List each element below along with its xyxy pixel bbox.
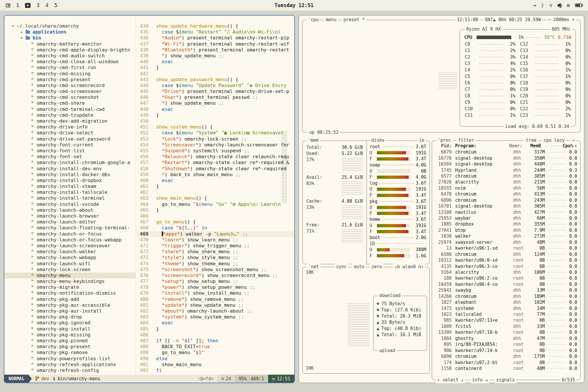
code-line[interactable]: 450 bbox=[136, 118, 294, 124]
tree-file[interactable]: *omarchy-launch-or-focus-webapp bbox=[4, 237, 136, 243]
process-row[interactable]: 6879chromiumdhh317M0.0 bbox=[435, 149, 577, 155]
code-line[interactable]: 452 case $(menu "System" "▣ Lock\n▤ Scre… bbox=[136, 130, 294, 136]
code-line[interactable]: 463show_main_menu() { bbox=[136, 195, 294, 201]
tree-file[interactable]: *omarchy-launch-browser bbox=[4, 213, 136, 219]
network-interface[interactable]: ↓b wlan0 n↑ bbox=[393, 264, 425, 270]
process-row[interactable]: 6890chromiumdhh175M0.0 bbox=[435, 353, 577, 359]
tree-folder-bin[interactable]: ▾bin bbox=[4, 35, 136, 41]
proc-expand-button[interactable]: → bbox=[570, 137, 576, 144]
tree-file[interactable]: *omarchy-launch-about bbox=[4, 207, 136, 213]
code-line[interactable]: 462 bbox=[136, 189, 294, 195]
tree-file[interactable]: *omarchy-cmd-close-all-windows bbox=[4, 59, 136, 65]
net-zero-toggle[interactable]: zero bbox=[370, 264, 383, 270]
code-line[interactable]: 491 show_main_menu bbox=[136, 362, 294, 368]
tree-file[interactable]: *omarchy-install-tailscale bbox=[4, 189, 136, 195]
code-line[interactable]: 447 *) show_update_menu ;; bbox=[136, 100, 294, 106]
preset-button[interactable]: preset * bbox=[342, 17, 366, 23]
settings-icon[interactable]: ⚙ bbox=[567, 2, 570, 8]
code-line[interactable]: 477 *setup*) show_setup_menu ;; bbox=[136, 278, 294, 284]
proc-column-header[interactable]: Program: bbox=[452, 143, 509, 149]
code-line[interactable]: 478 *power*) show_setup_power_menu ;; bbox=[136, 284, 294, 290]
code-line[interactable]: 460 esac bbox=[136, 178, 294, 184]
workspace-3[interactable]: 3 bbox=[36, 2, 39, 8]
process-row[interactable]: 6478chromiumdhh413M0.0 bbox=[435, 191, 577, 197]
workspace-4[interactable]: 4 bbox=[46, 2, 49, 8]
process-row[interactable]: 1884ghosttydhh47M0.0 bbox=[435, 336, 577, 341]
process-row[interactable]: 1889fcitx5dhh33M0.0 bbox=[435, 323, 577, 329]
code-line[interactable]: 482 *about*) omarchy-launch-about ;; bbox=[136, 308, 294, 314]
process-row[interactable]: 13108nautilusdhh427M0.0 bbox=[435, 209, 577, 215]
net-auto-toggle[interactable]: auto bbox=[352, 264, 366, 270]
tree-file[interactable]: *omarchy-launch-wifi bbox=[4, 261, 136, 267]
code-line[interactable]: 485} bbox=[136, 326, 294, 332]
volume-icon[interactable] bbox=[558, 4, 559, 7]
process-row[interactable]: 188kworker/u96:2-coroot0B0.0 bbox=[435, 275, 577, 281]
tree-file[interactable]: *omarchy-battery-monitor bbox=[4, 41, 136, 47]
process-row[interactable]: 3164alacrittydhh106M0.0 bbox=[435, 269, 577, 275]
code-line[interactable]: 438 *Bluetooth*) present_terminal omarch… bbox=[136, 47, 294, 53]
code-line[interactable]: 454 *Screensaver*) omarchy-launch-screen… bbox=[136, 142, 294, 148]
tree-file[interactable]: *omarchy-cmd-missing bbox=[4, 71, 136, 77]
code-line[interactable]: 461} bbox=[136, 184, 294, 189]
process-row[interactable]: 27026alacrittydhh211M0.0 bbox=[435, 179, 577, 185]
process-row[interactable]: 174kworker/u97:2-btroot0B0.0 bbox=[435, 359, 577, 365]
tree-file[interactable]: *omarchy-install-terminal bbox=[4, 195, 136, 201]
code-line[interactable]: 474 *theme*) show_theme_menu ;; bbox=[136, 261, 294, 267]
process-row[interactable]: 1023tailscaledroot77M0.0 bbox=[435, 311, 577, 317]
code-line[interactable]: 456 *Relaunch*) omarchy-state clear rela… bbox=[136, 154, 294, 160]
process-row[interactable]: 6580chromiumdhh124M0.0 bbox=[435, 251, 577, 257]
code-line[interactable]: 446 *User*) present_terminal passwd ;; bbox=[136, 94, 294, 100]
code-line[interactable]: 490else bbox=[136, 356, 294, 362]
tree-file[interactable]: *omarchy-cmd-screensaver bbox=[4, 89, 136, 94]
process-row[interactable]: 1885dropboxdhh355M0.0 bbox=[435, 221, 577, 227]
tree-file[interactable]: *omarchy-launch-or-focus bbox=[4, 231, 136, 237]
process-row[interactable]: 1158containerdroot40M0.0 bbox=[435, 366, 577, 371]
tree-file[interactable]: *omarchy-cmd-share bbox=[4, 100, 136, 106]
code-line[interactable]: 451show_system_menu() { bbox=[136, 124, 294, 130]
tree-file[interactable]: *omarchy-drive-set-password bbox=[4, 136, 136, 142]
battery-icon[interactable] bbox=[575, 4, 582, 7]
code-line[interactable]: 455 *Suspend*) systemctl suspend ;; bbox=[136, 148, 294, 154]
tree-file[interactable]: *omarchy-font-set bbox=[4, 154, 136, 160]
code-line[interactable]: 435 case $(menu "Restart" "♫ Audio\n≋ Wi… bbox=[136, 29, 294, 35]
process-row[interactable]: 16770signal-desktopdhh350M0.0 bbox=[435, 155, 577, 161]
proc-column-header[interactable]: MemB bbox=[526, 143, 541, 149]
tree-file[interactable]: *omarchy-install-vscode bbox=[4, 201, 136, 207]
tree-file[interactable]: *omarchy-pkg-aur-accessible bbox=[4, 302, 136, 308]
code-line[interactable]: 440 esac bbox=[136, 59, 294, 65]
tree-file[interactable]: *omarchy-launch-floating-terminal- bbox=[4, 225, 136, 231]
tree-file[interactable]: *omarchy-cmd-terminal-cwd bbox=[4, 106, 136, 112]
net-sync-toggle[interactable]: sync bbox=[335, 264, 348, 270]
tree-file[interactable]: *omarchy-cmd-present bbox=[4, 77, 136, 83]
code-line[interactable]: 481 *update*) show_update_menu ;; bbox=[136, 302, 294, 308]
process-row[interactable]: 1830walkerdhh271M0.0 bbox=[435, 233, 577, 239]
process-row[interactable]: 895irq/80-PIXA3854:root0B0.0 bbox=[435, 341, 577, 347]
code-line[interactable]: 467go_to_menu() { bbox=[136, 219, 294, 225]
code-line[interactable]: 464 go_to_menu "$(menu "Go" "⊞ Apps\n∴ L… bbox=[136, 201, 294, 207]
menu-button[interactable]: menu bbox=[324, 17, 338, 23]
proc-box-title[interactable]: 'proc bbox=[436, 137, 452, 144]
overview-icon[interactable] bbox=[6, 4, 10, 7]
process-row[interactable]: 19312kworker/u96:0-sdroot0B0.0 bbox=[435, 257, 577, 263]
code-line[interactable]: 468 case "${1,,}" in bbox=[136, 225, 294, 231]
tree-file[interactable]: *omarchy-pkg-pinned bbox=[4, 338, 136, 344]
code-line[interactable]: 492fi bbox=[136, 368, 294, 373]
workspace-5[interactable]: 5 bbox=[54, 2, 57, 8]
code-line[interactable]: 434show_update_hardware_menu() { bbox=[136, 23, 294, 29]
process-row[interactable]: 10459kworker/u96:4-coroot0B0.0 bbox=[435, 281, 577, 287]
code-line[interactable]: 476 *screenrecord*) show_screenrecord_me… bbox=[136, 273, 294, 278]
tree-file[interactable]: *omarchy-pkg-remove bbox=[4, 350, 136, 356]
process-row[interactable]: 25953waybardhh66M0.0 bbox=[435, 215, 577, 221]
code-line[interactable]: 448 esac bbox=[136, 106, 294, 112]
code-line[interactable]: 444 case $(menu "Update Password" "◆ Dri… bbox=[136, 83, 294, 89]
net-box-title[interactable]: 'net bbox=[307, 264, 320, 270]
scrollbar-marks[interactable] bbox=[281, 131, 287, 203]
cpu-box-title[interactable]: 'cpu bbox=[307, 17, 320, 23]
tree-file[interactable]: *omarchy-pkg-add bbox=[4, 296, 136, 302]
code-line[interactable]: 441} bbox=[136, 65, 294, 71]
tree-file[interactable]: *omarchy-menu-keybindings bbox=[4, 278, 136, 284]
tree-file[interactable]: *omarchy-pkg-present bbox=[4, 344, 136, 350]
code-line[interactable]: 484 esac bbox=[136, 320, 294, 326]
code-line[interactable]: 471 *trigger*) show_trigger_menu ;; bbox=[136, 243, 294, 249]
tree-file[interactable]: *omarchy-install-steam bbox=[4, 184, 136, 189]
